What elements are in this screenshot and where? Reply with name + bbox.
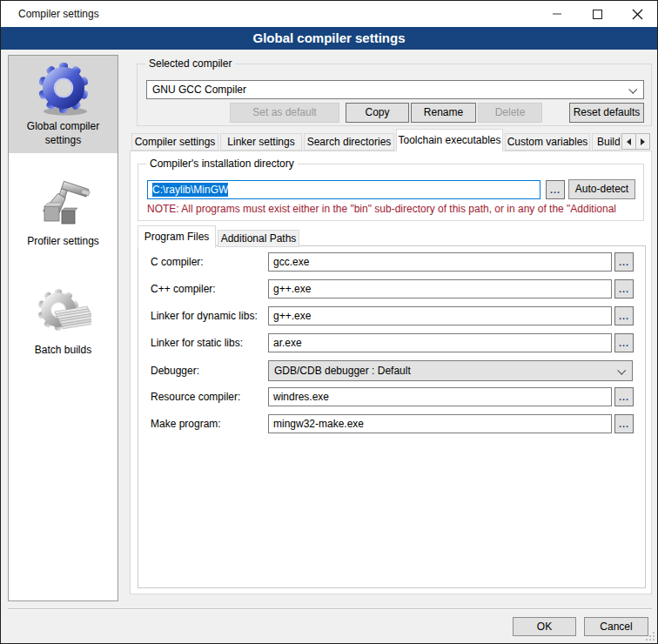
compiler-select[interactable]: GNU GCC Compiler [146, 80, 644, 99]
make-program-label: Make program: [151, 418, 221, 430]
linker-static-label: Linker for static libs: [151, 337, 243, 349]
installation-directory-input[interactable]: C:\raylib\MinGW [147, 180, 540, 199]
settings-category-list: Global compiler settings [8, 55, 118, 601]
tab-compiler-settings[interactable]: Compiler settings [131, 133, 218, 151]
auto-detect-button[interactable]: Auto-detect [568, 179, 635, 199]
resource-compiler-browse-button[interactable]: ... [614, 387, 634, 406]
titlebar[interactable]: Compiler settings [1, 1, 657, 27]
footer-separator [8, 608, 652, 610]
minimize-button[interactable] [537, 1, 577, 27]
chevron-down-icon [617, 366, 626, 375]
cancel-button[interactable]: Cancel [584, 617, 648, 636]
arrow-right-icon [641, 138, 645, 145]
installation-directory-group: Compiler's installation directory C:\ray… [138, 164, 644, 221]
maximize-button[interactable] [577, 1, 617, 27]
close-button[interactable] [617, 1, 657, 27]
resource-compiler-input[interactable] [268, 387, 612, 406]
tab-toolchain-executables[interactable]: Toolchain executables [396, 129, 503, 151]
cpp-compiler-browse-button[interactable]: ... [614, 279, 634, 299]
reset-defaults-button[interactable]: Reset defaults [569, 103, 644, 123]
toolchain-executables-page: Compiler's installation directory C:\ray… [130, 151, 652, 594]
chevron-down-icon [628, 85, 637, 94]
group-legend: Selected compiler [145, 57, 235, 70]
browse-directory-button[interactable]: ... [546, 180, 565, 199]
caliper-icon [36, 177, 91, 232]
main-panel: Selected compiler GNU GCC Compiler Set a… [130, 55, 652, 601]
linker-dynamic-label: Linker for dynamic libs: [151, 310, 258, 322]
linker-dynamic-browse-button[interactable]: ... [614, 306, 634, 325]
blue-gear-icon [36, 62, 91, 117]
sidebar-item-label: Global compiler settings [10, 120, 116, 147]
dialog-banner: Global compiler settings [1, 27, 657, 50]
selected-path-text: C:\raylib\MinGW [152, 183, 228, 197]
settings-tabstrip: Compiler settings Linker settings Search… [130, 131, 652, 151]
minimize-icon [553, 13, 561, 15]
set-as-default-button[interactable]: Set as default [230, 103, 339, 123]
sidebar-item-batch-builds[interactable]: Batch builds [9, 279, 118, 364]
sidebar-item-label: Profiler settings [10, 235, 116, 249]
sidebar-item-label: Batch builds [10, 344, 116, 358]
rename-button[interactable]: Rename [411, 103, 476, 123]
delete-button[interactable]: Delete [478, 103, 542, 123]
debugger-select[interactable]: GDB/CDB debugger : Default [268, 360, 633, 381]
make-program-browse-button[interactable]: ... [614, 414, 634, 433]
linker-static-browse-button[interactable]: ... [614, 333, 634, 352]
debugger-select-value: GDB/CDB debugger : Default [274, 365, 411, 377]
tab-linker-settings[interactable]: Linker settings [220, 133, 302, 151]
program-files-page: C compiler: ... C++ compiler: ... Linker… [138, 245, 646, 588]
resource-compiler-label: Resource compiler: [151, 391, 240, 403]
linker-static-input[interactable] [268, 333, 612, 352]
cpp-compiler-label: C++ compiler: [151, 283, 216, 295]
tab-build-options[interactable]: Build [592, 133, 621, 151]
cpp-compiler-input[interactable] [268, 279, 612, 299]
tab-search-directories[interactable]: Search directories [304, 133, 394, 151]
bin-subdirectory-note: NOTE: All programs must exist either in … [147, 203, 640, 215]
arrow-left-icon [627, 138, 631, 145]
window-controls [537, 1, 657, 27]
close-icon [632, 9, 643, 20]
resize-grip[interactable] [645, 631, 655, 641]
c-compiler-input[interactable] [268, 252, 612, 272]
c-compiler-browse-button[interactable]: ... [614, 252, 634, 272]
sidebar-item-profiler-settings[interactable]: Profiler settings [9, 171, 118, 255]
maximize-icon [593, 10, 602, 19]
selected-compiler-group: Selected compiler GNU GCC Compiler Set a… [137, 64, 652, 126]
c-compiler-label: C compiler: [151, 256, 204, 268]
tab-custom-variables[interactable]: Custom variables [505, 133, 590, 151]
program-files-tabstrip: Program Files Additional Paths [131, 228, 653, 247]
group-legend: Compiler's installation directory [146, 158, 298, 170]
compiler-select-value: GNU GCC Compiler [152, 84, 246, 96]
copy-button[interactable]: Copy [346, 103, 409, 123]
linker-dynamic-input[interactable] [268, 306, 612, 325]
window-title: Compiler settings [18, 8, 99, 20]
tab-scroll-left-button[interactable] [621, 133, 636, 150]
tab-scroll-right-button[interactable] [635, 133, 650, 150]
make-program-input[interactable] [268, 414, 612, 433]
gray-gear-stack-icon [36, 285, 91, 341]
ok-button[interactable]: OK [513, 617, 576, 636]
tab-additional-paths[interactable]: Additional Paths [218, 230, 299, 247]
tab-program-files[interactable]: Program Files [138, 225, 216, 248]
sidebar-item-global-compiler-settings[interactable]: Global compiler settings [9, 56, 118, 153]
compiler-settings-dialog: Compiler settings Global compiler settin… [0, 0, 658, 644]
debugger-label: Debugger: [151, 365, 199, 377]
